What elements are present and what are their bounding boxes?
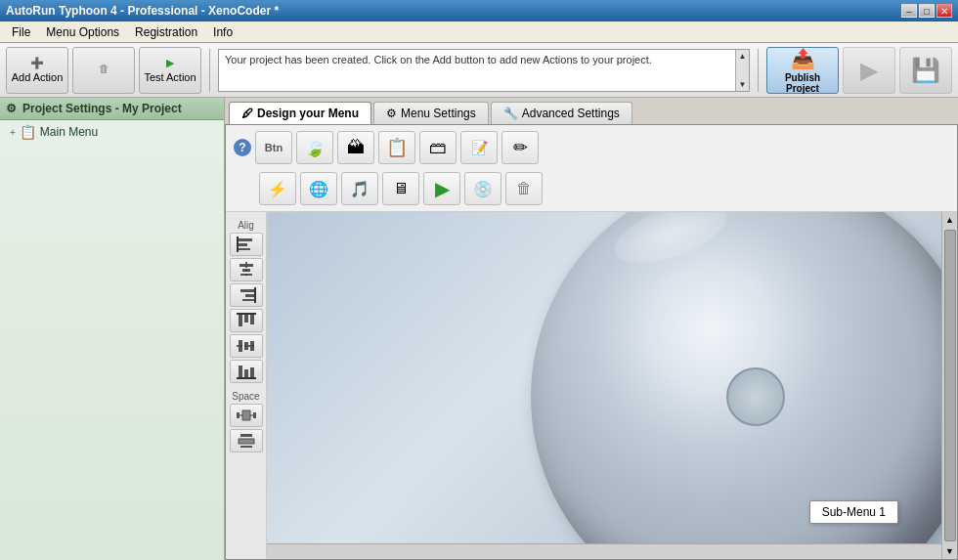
space-label: Space [232, 391, 259, 402]
btn-scroll-icon[interactable]: 📝 [460, 131, 498, 164]
tab-settings-icon: ⚙ [386, 107, 397, 120]
scroll-v-up[interactable]: ▲ [945, 212, 954, 228]
toolbar-separator-2 [758, 49, 759, 92]
tab-settings-label: Menu Settings [401, 107, 476, 120]
menu-bar: File Menu Options Registration Info [0, 22, 958, 43]
help-icon[interactable]: ? [234, 139, 251, 156]
message-scrollbar: ▲ ▼ [735, 50, 749, 91]
project-title: Project Settings - My Project [22, 102, 182, 115]
design-icon-toolbar: ? Btn 🍃 🏔 📋 🗃 📝 ✏ ⚡ 🌐 🎵 🖥 ▶ 💿 🗑 [226, 125, 957, 212]
space-vertical-button[interactable] [230, 429, 263, 452]
tabs-bar: 🖊 Design your Menu ⚙ Menu Settings 🔧 Adv… [225, 98, 958, 124]
svg-rect-9 [245, 294, 254, 297]
tab-menu-settings[interactable]: ⚙ Menu Settings [373, 102, 489, 124]
tab-advanced[interactable]: 🔧 Advanced Settings [491, 102, 632, 124]
save-icon: 💾 [911, 57, 940, 84]
svg-rect-15 [237, 313, 256, 315]
left-panel: ⚙ Project Settings - My Project + 📋 Main… [0, 98, 225, 560]
delete-action-icon: 🗑 [99, 63, 109, 74]
tree-expand-icon: + [10, 127, 16, 138]
save-button[interactable]: 💾 [899, 47, 952, 94]
svg-rect-20 [239, 366, 242, 377]
tab-design[interactable]: 🖊 Design your Menu [229, 102, 371, 124]
design-area: Alig [226, 212, 957, 559]
align-right-button[interactable] [230, 283, 263, 307]
cd-hole [726, 367, 785, 426]
tree-item-main-menu[interactable]: + 📋 Main Menu [0, 120, 224, 144]
btn-list-icon[interactable]: 📋 [378, 131, 415, 164]
tree-menu-icon: 📋 [20, 124, 36, 140]
btn-flash-icon[interactable]: ⚡ [259, 172, 296, 205]
submenu-button[interactable]: Sub-Menu 1 [809, 500, 898, 524]
publish-label: Publish Project [767, 72, 838, 94]
maximize-button[interactable]: □ [919, 4, 935, 18]
svg-rect-23 [237, 377, 256, 379]
run-icon: ▶ [860, 57, 878, 84]
svg-rect-31 [240, 446, 252, 448]
test-action-button[interactable]: ▶ Test Action [139, 47, 201, 94]
project-settings-header: ⚙ Project Settings - My Project [0, 98, 224, 120]
menu-registration[interactable]: Registration [127, 23, 205, 41]
svg-rect-14 [250, 315, 254, 324]
align-left-button[interactable] [230, 233, 263, 256]
align-label: Alig [238, 220, 254, 231]
add-action-button[interactable]: ➕ Add Action [6, 47, 68, 94]
minimize-button[interactable]: – [901, 4, 917, 18]
tab-advanced-label: Advanced Settings [522, 107, 620, 120]
align-bottom-button[interactable] [230, 360, 263, 383]
scroll-down-arrow[interactable]: ▼ [739, 80, 747, 89]
scroll-v-thumb[interactable] [944, 230, 956, 541]
space-horizontal-button[interactable] [230, 404, 263, 427]
svg-rect-25 [242, 410, 250, 420]
title-bar: AutoRun Typhoon 4 - Professional - XenoC… [0, 0, 958, 22]
window-title: AutoRun Typhoon 4 - Professional - XenoC… [6, 4, 279, 18]
canvas-area: Sub-Menu 1 ▲ ▼ [267, 212, 957, 559]
btn-photo-icon[interactable]: 🏔 [337, 131, 374, 164]
btn-panel-icon[interactable]: 🗃 [419, 131, 457, 164]
scroll-v-down[interactable]: ▼ [945, 543, 954, 559]
svg-rect-26 [253, 412, 256, 418]
svg-rect-8 [240, 289, 254, 292]
svg-rect-13 [244, 315, 248, 323]
menu-file[interactable]: File [4, 23, 38, 41]
align-center-v-button[interactable] [230, 334, 263, 358]
publish-button[interactable]: 📤 Publish Project [766, 47, 839, 94]
svg-rect-2 [239, 248, 250, 250]
test-icon: ▶ [166, 57, 174, 68]
right-panel: 🖊 Design your Menu ⚙ Menu Settings 🔧 Adv… [225, 98, 958, 560]
run-button[interactable]: ▶ [843, 47, 895, 94]
btn-screen-icon[interactable]: 🖥 [382, 172, 419, 205]
btn-play-icon[interactable]: ▶ [423, 172, 460, 205]
scroll-up-arrow[interactable]: ▲ [739, 52, 747, 61]
tab-content: ? Btn 🍃 🏔 📋 🗃 📝 ✏ ⚡ 🌐 🎵 🖥 ▶ 💿 🗑 [225, 124, 958, 560]
add-action-icon: ➕ [30, 57, 44, 68]
btn-button-icon[interactable]: Btn [255, 131, 292, 164]
toolbar-message-area: Your project has been created. Click on … [218, 49, 750, 92]
tab-design-label: Design your Menu [257, 107, 359, 120]
btn-leaf-icon[interactable]: 🍃 [296, 131, 333, 164]
menu-info[interactable]: Info [205, 23, 240, 41]
tree-menu-label: Main Menu [40, 125, 98, 139]
svg-rect-30 [239, 439, 254, 444]
svg-rect-1 [239, 243, 247, 246]
btn-cd-icon[interactable]: 💿 [464, 172, 501, 205]
svg-rect-11 [254, 287, 256, 303]
btn-browser-icon[interactable]: 🌐 [300, 172, 337, 205]
align-center-h-button[interactable] [230, 258, 263, 281]
btn-delete-icon[interactable]: 🗑 [505, 172, 543, 205]
canvas-scrollbar-h[interactable] [267, 543, 941, 559]
canvas-scrollbar-v[interactable]: ▲ ▼ [941, 212, 957, 559]
align-top-button[interactable] [230, 309, 263, 332]
btn-music-icon[interactable]: 🎵 [341, 172, 378, 205]
add-action-label: Add Action [12, 71, 64, 83]
menu-options[interactable]: Menu Options [38, 23, 127, 41]
svg-rect-24 [237, 412, 240, 418]
window-controls: – □ ✕ [901, 4, 952, 18]
align-sidebar: Alig [226, 212, 267, 559]
delete-action-button[interactable]: 🗑 [72, 47, 135, 94]
btn-edit-icon[interactable]: ✏ [501, 131, 539, 164]
publish-icon: 📤 [791, 47, 815, 70]
toolbar-message: Your project has been created. Click on … [225, 54, 652, 65]
close-button[interactable]: ✕ [936, 4, 952, 18]
cd-background [267, 212, 941, 543]
